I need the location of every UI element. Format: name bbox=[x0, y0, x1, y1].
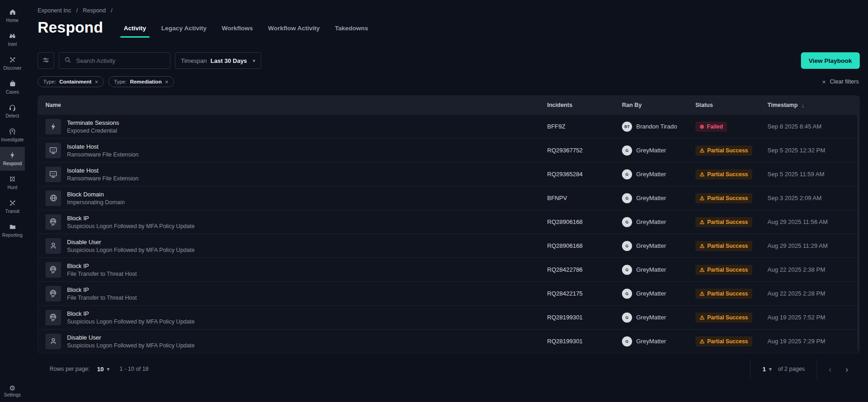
user-icon bbox=[45, 334, 61, 349]
close-icon[interactable]: × bbox=[165, 79, 168, 85]
column-header-timestamp[interactable]: Timestamp↓ bbox=[767, 102, 859, 109]
timestamp: Aug 19 2025 7:52 PM bbox=[767, 314, 859, 321]
tab-activity[interactable]: Activity bbox=[123, 22, 148, 38]
filter-chip-remediation[interactable]: Type:Remediation× bbox=[108, 76, 174, 87]
previous-page-button[interactable]: ‹ bbox=[822, 365, 838, 374]
ran-by-cell: GGreyMatter bbox=[622, 313, 695, 323]
column-header-label: Name bbox=[45, 102, 61, 108]
table-row[interactable]: IPBlock IPFile Transfer to Threat HostRQ… bbox=[38, 281, 859, 305]
filter-chip-prefix: Type: bbox=[43, 79, 56, 84]
rows-per-page-select[interactable]: 10 ▾ bbox=[97, 366, 110, 373]
warning-icon: ⚠ bbox=[700, 148, 705, 153]
ran-by-cell: GGreyMatter bbox=[622, 336, 695, 346]
table-row[interactable]: Block DomainImpersonating DomainBFNPVGGr… bbox=[38, 186, 859, 210]
action-name: Terminate Sessions bbox=[67, 119, 119, 126]
tab-bar: ActivityLegacy ActivityWorkflowsWorkflow… bbox=[123, 22, 370, 38]
sidebar-item-investigate[interactable]: Investigate bbox=[0, 123, 25, 147]
ran-by-cell: GGreyMatter bbox=[622, 145, 695, 156]
name-cell: Isolate HostRansomware File Extension bbox=[38, 143, 547, 158]
column-header-label: Status bbox=[695, 102, 713, 108]
sidebar-item-transit[interactable]: Transit bbox=[0, 195, 25, 218]
filter-chip-value: Containment bbox=[59, 79, 91, 84]
incident-id: RQ29365284 bbox=[547, 171, 622, 178]
table-body: Terminate SessionsExposed CredentialBFF9… bbox=[38, 114, 859, 353]
globe-ip-icon: IP bbox=[45, 262, 61, 278]
status-label: Partial Success bbox=[707, 243, 748, 249]
pagination-right: 1 ▾ of 2 pages ‹ › bbox=[750, 359, 860, 379]
close-icon[interactable]: × bbox=[95, 79, 98, 85]
status-label: Partial Success bbox=[707, 171, 748, 178]
page-title: Respond bbox=[38, 19, 103, 36]
sidebar-item-label: Investigate bbox=[1, 137, 23, 142]
breadcrumb-org[interactable]: Exponent Inc bbox=[38, 7, 71, 14]
name-cell: Isolate HostRansomware File Extension bbox=[38, 167, 547, 182]
ran-by-name: GreyMatter bbox=[636, 171, 666, 178]
filter-chip-containment[interactable]: Type:Containment× bbox=[38, 76, 104, 87]
ran-by-name: GreyMatter bbox=[636, 242, 666, 249]
table-row[interactable]: IPBlock IPSuspicious Logon Followed by M… bbox=[38, 210, 859, 234]
tab-workflows[interactable]: Workflows bbox=[220, 22, 254, 38]
tab-takedowns[interactable]: Takedowns bbox=[333, 22, 370, 38]
main-content: Exponent Inc / Respond / Respond Activit… bbox=[25, 0, 868, 402]
ran-by-cell: BTBrandon Tirado bbox=[622, 122, 695, 132]
next-page-button[interactable]: › bbox=[839, 365, 855, 374]
action-name: Isolate Host bbox=[67, 143, 139, 150]
view-playbook-button[interactable]: View Playbook bbox=[801, 52, 860, 69]
action-description: File Transfer to Threat Host bbox=[67, 271, 137, 277]
action-description: Exposed Credential bbox=[67, 128, 119, 134]
ran-by-cell: GGreyMatter bbox=[622, 193, 695, 203]
breadcrumb: Exponent Inc / Respond / bbox=[38, 7, 860, 14]
filter-settings-button[interactable] bbox=[38, 52, 54, 69]
warning-icon: ⚠ bbox=[700, 219, 705, 225]
breadcrumb-page[interactable]: Respond bbox=[83, 7, 106, 14]
crossed-tools-icon bbox=[8, 56, 17, 64]
sidebar-item-home[interactable]: Home bbox=[0, 4, 25, 28]
status-badge: ⚠Partial Success bbox=[695, 217, 752, 227]
status-badge: ⚠Partial Success bbox=[695, 145, 752, 156]
binoculars-icon bbox=[8, 32, 17, 40]
status-label: Partial Success bbox=[707, 290, 748, 297]
chevron-right-icon: › bbox=[846, 364, 848, 374]
column-header-ran-by[interactable]: Ran By bbox=[622, 102, 695, 108]
column-header-incidents[interactable]: Incidents bbox=[547, 102, 622, 108]
sidebar-item-label: Reporting bbox=[2, 233, 22, 238]
page-value: 1 bbox=[762, 366, 766, 373]
action-name: Disable User bbox=[67, 239, 195, 246]
filter-chip-prefix: Type: bbox=[114, 79, 127, 84]
crosshair-icon bbox=[8, 175, 17, 183]
sidebar-item-intel[interactable]: Intel bbox=[0, 28, 25, 51]
table-row[interactable]: Disable UserSuspicious Logon Followed by… bbox=[38, 234, 859, 257]
name-cell: IPBlock IPFile Transfer to Threat Host bbox=[38, 262, 547, 278]
column-header-name[interactable]: Name bbox=[38, 102, 547, 108]
table-row[interactable]: Isolate HostRansomware File ExtensionRQ2… bbox=[38, 138, 859, 162]
activity-table: NameIncidentsRan ByStatusTimestamp↓ Term… bbox=[38, 95, 860, 353]
tab-legacy-activity[interactable]: Legacy Activity bbox=[160, 22, 208, 38]
ran-by-cell: GGreyMatter bbox=[622, 217, 695, 227]
sort-desc-icon[interactable]: ↓ bbox=[801, 102, 805, 109]
timespan-select[interactable]: Timespan Last 30 Days ▾ bbox=[175, 52, 261, 69]
headset-icon bbox=[8, 103, 17, 112]
clear-filters-button[interactable]: × Clear filters bbox=[822, 78, 860, 85]
sidebar-item-detect[interactable]: Detect bbox=[0, 99, 25, 123]
incident-id: BFF9Z bbox=[547, 123, 622, 130]
breadcrumb-separator: / bbox=[76, 7, 78, 14]
tab-workflow-activity[interactable]: Workflow Activity bbox=[267, 22, 321, 38]
sidebar-item-discover[interactable]: Discover bbox=[0, 51, 25, 75]
sidebar-item-reporting[interactable]: Reporting bbox=[0, 218, 25, 242]
table-row[interactable]: Isolate HostRansomware File ExtensionRQ2… bbox=[38, 162, 859, 186]
sidebar-item-respond[interactable]: Respond bbox=[0, 147, 25, 171]
warning-icon: ⚠ bbox=[700, 243, 705, 249]
table-row[interactable]: IPBlock IPFile Transfer to Threat HostRQ… bbox=[38, 257, 859, 281]
column-header-status[interactable]: Status bbox=[695, 102, 767, 108]
incident-id: RQ28422786 bbox=[547, 266, 622, 273]
table-row[interactable]: Disable UserSuspicious Logon Followed by… bbox=[38, 329, 859, 353]
globe-ip-icon: IP bbox=[45, 286, 61, 302]
sidebar-item-cases[interactable]: Cases bbox=[0, 75, 25, 99]
status-badge: ⚠Partial Success bbox=[695, 289, 752, 299]
sidebar-item-settings[interactable]: ⚙ Settings bbox=[0, 385, 25, 397]
search-input[interactable] bbox=[75, 57, 165, 65]
page-select[interactable]: 1 ▾ bbox=[762, 366, 772, 373]
table-row[interactable]: IPBlock IPSuspicious Logon Followed by M… bbox=[38, 305, 859, 329]
sidebar-item-hunt[interactable]: Hunt bbox=[0, 171, 25, 195]
table-row[interactable]: Terminate SessionsExposed CredentialBFF9… bbox=[38, 114, 859, 138]
